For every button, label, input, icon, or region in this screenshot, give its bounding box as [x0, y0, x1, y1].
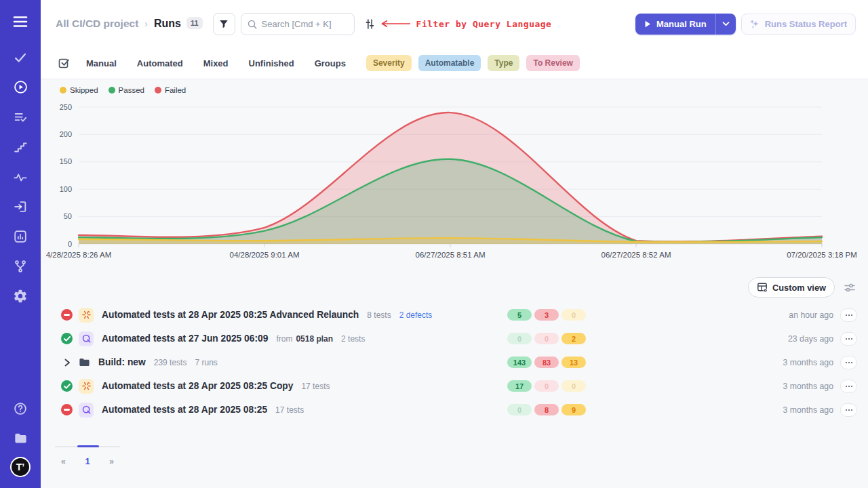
sidebar-item-plans[interactable]	[7, 110, 34, 126]
count-failed: 0	[534, 380, 559, 392]
settings-icon	[13, 289, 28, 306]
run-meta: 17 tests	[275, 405, 304, 415]
legend-dot	[60, 87, 66, 94]
result-counts: 002	[507, 333, 586, 344]
row-menu-button[interactable]	[840, 332, 857, 346]
pagination-page-1[interactable]: 1	[85, 456, 90, 466]
chart-legend: SkippedPassedFailed	[41, 83, 868, 97]
sparkles-icon	[750, 19, 760, 29]
ellipsis-icon	[845, 409, 853, 411]
pagination-next-button[interactable]: »	[109, 457, 114, 466]
run-title[interactable]: Automated tests at 27 Jun 2025 06:09	[102, 333, 268, 344]
sidebar-item-settings[interactable]	[7, 289, 34, 305]
app-window: T’ All CI/CD project › Runs 11	[0, 0, 868, 488]
breadcrumb-separator: ›	[144, 18, 148, 29]
breadcrumb-project[interactable]: All CI/CD project	[56, 18, 138, 30]
runs-area-chart: 0501001502002504/28/2025 8:26 AM04/28/20…	[41, 97, 868, 268]
avatar-letter: T’	[16, 462, 24, 472]
pagination-active-indicator	[77, 445, 99, 447]
tag-type[interactable]: Type	[488, 55, 519, 71]
sidebar-item-help[interactable]	[7, 401, 34, 418]
custom-view-button[interactable]: Custom view	[748, 277, 835, 298]
run-title[interactable]: Build: new	[98, 357, 146, 367]
search-input[interactable]	[241, 13, 355, 35]
menu-icon[interactable]	[7, 14, 34, 30]
series-passed-area	[79, 159, 822, 244]
run-row[interactable]: Automated tests at 27 Jun 2025 06:09from…	[41, 327, 868, 350]
runs-count-badge: 11	[186, 17, 203, 29]
run-meta-defects-link[interactable]: 2 defects	[399, 310, 433, 320]
y-tick-label: 100	[60, 185, 72, 193]
tab-manual[interactable]: Manual	[86, 58, 117, 68]
manual-run-button[interactable]: Manual Run	[635, 14, 715, 35]
pagination-prev-button[interactable]: «	[61, 457, 66, 466]
run-meta: 17 tests	[301, 382, 330, 391]
tab-automated[interactable]: Automated	[137, 58, 183, 68]
sidebar-item-tests[interactable]	[7, 50, 34, 66]
x-tick-label: 4/28/2025 8:26 AM	[46, 251, 112, 259]
run-time: 3 months ago	[783, 358, 833, 367]
legend-dot	[155, 87, 161, 94]
legend-item-failed: Failed	[155, 86, 186, 94]
tab-groups[interactable]: Groups	[315, 58, 346, 68]
count-passed: 0	[507, 333, 532, 344]
y-tick-label: 50	[64, 212, 72, 220]
sidebar-item-integrations[interactable]	[7, 259, 34, 275]
help-icon	[13, 401, 28, 418]
run-title[interactable]: Automated tests at 28 Apr 2025 08:25 Cop…	[102, 381, 293, 391]
sliders-vertical-icon	[364, 18, 376, 30]
tag-to-review[interactable]: To Review	[526, 55, 579, 71]
tag-severity[interactable]: Severity	[366, 55, 412, 71]
count-failed: 8	[534, 404, 559, 415]
folder-icon	[79, 357, 90, 367]
automation-burst-icon	[79, 308, 94, 323]
sidebar-bottom	[7, 401, 34, 447]
run-row[interactable]: Build: new239 tests7 runs14383133 months…	[41, 350, 868, 374]
run-row[interactable]: Automated tests at 28 Apr 2025 08:2517 t…	[41, 398, 868, 422]
search-icon	[247, 19, 258, 30]
run-title[interactable]: Automated tests at 28 Apr 2025 08:25 Adv…	[102, 310, 359, 320]
run-title[interactable]: Automated tests at 28 Apr 2025 08:25	[102, 405, 267, 415]
sidebar-item-analytics[interactable]	[7, 229, 34, 245]
status-failed-icon	[61, 309, 73, 321]
avatar[interactable]: T’	[10, 457, 31, 477]
tag-automatable[interactable]: Automatable	[418, 55, 481, 71]
legend-item-skipped: Skipped	[60, 86, 98, 94]
legend-item-passed: Passed	[108, 86, 144, 94]
result-counts: 089	[507, 404, 586, 415]
sidebar-item-activity[interactable]	[7, 169, 34, 186]
row-menu-button[interactable]	[840, 380, 857, 393]
x-tick-label: 06/27/2025 8:52 AM	[601, 251, 671, 259]
count-passed: 17	[507, 380, 532, 392]
sidebar-item-runs[interactable]	[7, 80, 34, 96]
row-menu-button[interactable]	[840, 308, 857, 322]
runs-list: Automated tests at 28 Apr 2025 08:25 Adv…	[41, 303, 868, 422]
row-menu-button[interactable]	[840, 403, 857, 417]
count-skipped: 0	[561, 309, 586, 321]
sidebar-item-steps[interactable]	[7, 140, 34, 156]
select-runs-icon[interactable]	[58, 57, 70, 69]
qase-run-icon	[79, 403, 94, 418]
row-menu-button[interactable]	[840, 356, 857, 369]
manual-run-dropdown-button[interactable]	[715, 14, 736, 35]
run-meta: 2 tests	[341, 334, 365, 344]
expand-group-button[interactable]	[61, 359, 73, 367]
count-skipped: 0	[561, 380, 586, 392]
tab-unfinished[interactable]: Unfinished	[249, 58, 294, 68]
automation-burst-icon	[79, 379, 94, 394]
run-meta: from	[276, 334, 292, 344]
sidebar-item-projects[interactable]	[7, 431, 34, 447]
run-time: 23 days ago	[788, 334, 833, 344]
runs-icon	[13, 79, 28, 97]
sidebar-item-imports[interactable]	[7, 199, 34, 216]
query-filter-button[interactable]	[364, 18, 376, 30]
tag-pills: SeverityAutomatableTypeTo Review	[366, 55, 587, 71]
run-row[interactable]: Automated tests at 28 Apr 2025 08:25 Cop…	[41, 374, 868, 398]
runs-status-report-button[interactable]: Runs Status Report	[741, 14, 856, 35]
list-settings-button[interactable]	[844, 282, 856, 293]
y-tick-label: 200	[60, 130, 72, 138]
filter-button[interactable]	[213, 13, 235, 35]
count-passed: 143	[507, 357, 532, 368]
run-row[interactable]: Automated tests at 28 Apr 2025 08:25 Adv…	[41, 303, 868, 327]
tab-mixed[interactable]: Mixed	[203, 58, 229, 68]
